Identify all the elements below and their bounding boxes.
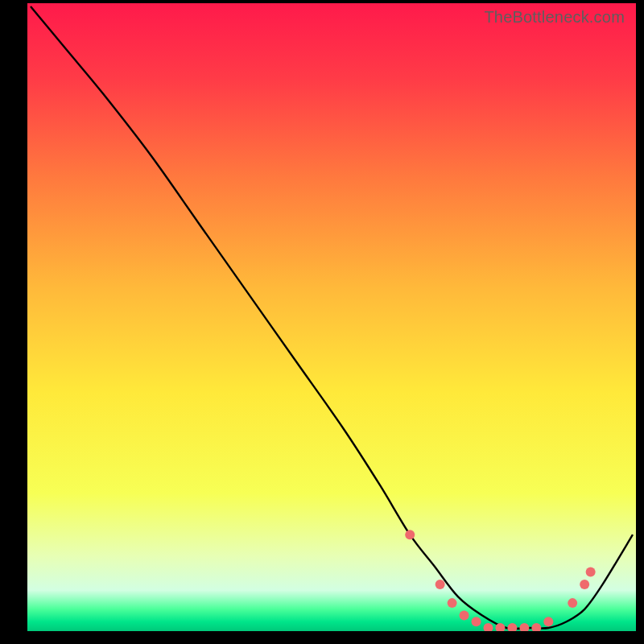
marker-dot — [543, 617, 553, 626]
bottleneck-plot — [27, 3, 636, 631]
gradient-background — [27, 3, 636, 631]
marker-dot — [436, 580, 445, 589]
marker-dot — [472, 617, 481, 626]
watermark-text: TheBottleneck.com — [484, 8, 625, 27]
marker-dot — [460, 611, 469, 621]
marker-dot — [448, 598, 457, 608]
chart-frame: TheBottleneck.com — [27, 3, 636, 631]
marker-dot — [580, 580, 589, 589]
marker-dot — [405, 530, 415, 539]
marker-dot — [586, 568, 596, 577]
marker-dot — [568, 598, 577, 608]
